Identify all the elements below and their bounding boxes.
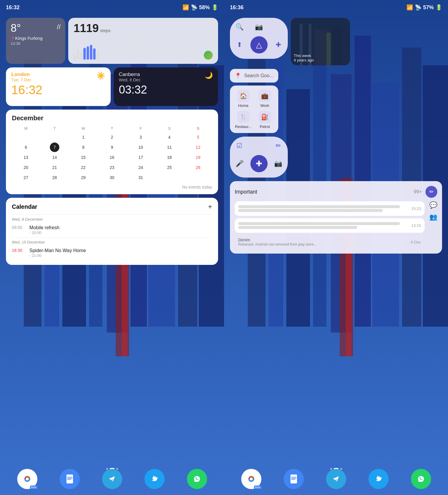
battery-left: 58% (199, 4, 210, 11)
quick-actions-2[interactable]: ☑ ✏ 🎤 ✚ 📷 (230, 137, 288, 178)
app-chrome-right[interactable]: Beta (241, 469, 261, 489)
calendar-widget[interactable]: December M T W T F S S 1 2 3 4 5 6 7 (6, 110, 218, 194)
svg-rect-46 (291, 479, 295, 480)
cal-day-29[interactable]: 29 (79, 173, 88, 182)
search-icon-qa[interactable]: 🔍 (236, 23, 244, 31)
messages-action-icons: 💬 👥 (427, 201, 437, 249)
app-whatsapp[interactable] (187, 469, 207, 489)
rain-icon: // (57, 23, 61, 31)
steps-widget[interactable]: 1119 steps (68, 18, 218, 64)
battery-icon-left: 🔋 (212, 4, 218, 11)
msg2-blur1 (238, 222, 400, 225)
msg3-time: 6 Dec (411, 240, 421, 244)
event-date-2: Wed, 15 December (12, 237, 212, 244)
maps-widget[interactable]: 🏠 Home 💼 Work 🍴 Restaur... ⛽ (230, 86, 278, 133)
quick-actions-1[interactable]: 🔍 📷 ⬆ △ ✚ (230, 18, 288, 59)
cal-day-4[interactable]: 4 (165, 132, 174, 142)
clock-canberra[interactable]: Canberra Wed, 8 Dec 🌙 03:32 (114, 67, 218, 106)
plus-icon-qa[interactable]: ✚ (276, 41, 281, 49)
app-twitter[interactable] (144, 469, 165, 489)
message-item-2[interactable]: 13:15 (235, 218, 425, 233)
cal-day-5[interactable]: 5 (193, 132, 203, 142)
cal-day-6[interactable]: 6 (21, 143, 31, 152)
cal-day-24[interactable]: 24 (136, 163, 145, 172)
cal-day-17[interactable]: 17 (136, 153, 145, 162)
status-icons-left: 📶 📡 58% 🔋 (182, 4, 218, 11)
cal-day-25[interactable]: 25 (165, 163, 174, 172)
app-whatsapp-right[interactable] (411, 469, 431, 489)
check-icon-qa2[interactable]: ☑ (236, 142, 242, 150)
event-item-1[interactable]: 09:00 Mobile refresh - 10:00 (12, 224, 212, 237)
pencil-icon-qa2[interactable]: ✏ (276, 142, 281, 150)
app-twitter-right[interactable] (368, 469, 389, 489)
right-maps-messages: 📍 Search Goo... 🏠 Home 💼 Work (230, 69, 442, 133)
cal-day-31[interactable]: 31 (136, 173, 145, 182)
map-item-work[interactable]: 💼 Work (255, 90, 274, 108)
photo-widget[interactable]: This week 4 years ago (291, 18, 350, 65)
battery-right: 57% (423, 4, 434, 11)
search-placeholder[interactable]: Search Goo... (244, 73, 274, 78)
cal-day-21[interactable]: 21 (50, 163, 59, 172)
clock-london[interactable]: London Tue, 7 Dec ☀️ 16:32 (6, 67, 111, 106)
cal-day-1[interactable]: 1 (79, 132, 88, 142)
cal-day-28[interactable]: 28 (50, 173, 59, 182)
cal-day-30[interactable]: 30 (107, 173, 117, 182)
cal-day-15[interactable]: 15 (79, 153, 88, 162)
cal-day-22[interactable]: 22 (79, 163, 88, 172)
event-item-2[interactable]: 18:30 Spider-Man No Way Home - 21:00 (12, 247, 212, 260)
steps-label: steps (100, 28, 111, 33)
app-chrome[interactable]: Beta (17, 469, 37, 489)
google-search-widget[interactable]: 📍 Search Goo... (230, 69, 278, 83)
weather-time: 14:36 (11, 41, 61, 46)
msg-reply-icon[interactable]: 💬 (429, 201, 437, 209)
cal-day-2[interactable]: 2 (107, 132, 117, 142)
petrol-label: Petrol (260, 124, 270, 129)
camera-icon-qa[interactable]: 📷 (255, 23, 263, 31)
cal-day-26[interactable]: 26 (193, 163, 203, 172)
cal-day-7-today[interactable]: 7 (50, 143, 59, 152)
upload-icon-qa[interactable]: ⬆ (237, 41, 242, 49)
app-docs-right[interactable] (284, 469, 304, 489)
messages-widget[interactable]: Important 99+ ✏ 15:23 (230, 181, 442, 254)
cal-day-8[interactable]: 8 (79, 143, 88, 152)
msg1-blur1 (238, 205, 400, 208)
app-telegram[interactable] (102, 469, 122, 489)
weather-widget[interactable]: 8° // Kings Furlong 14:36 (6, 18, 65, 64)
center-action-btn[interactable]: △ (250, 36, 268, 53)
cal-day-11[interactable]: 11 (165, 143, 174, 152)
app-docs[interactable] (60, 469, 80, 489)
cal-day-12[interactable]: 12 (193, 143, 203, 152)
map-item-restaurant[interactable]: 🍴 Restaur... (234, 111, 252, 129)
petrol-icon: ⛽ (259, 111, 271, 123)
msg-group-icon[interactable]: 👥 (429, 213, 437, 221)
messages-edit-button[interactable]: ✏ (425, 186, 437, 198)
message-item-1[interactable]: 15:23 (235, 201, 425, 216)
cal-header-w: W (69, 125, 97, 132)
app-telegram-right[interactable] (326, 469, 346, 489)
center-add-btn[interactable]: ✚ (250, 155, 268, 172)
cal-day-16[interactable]: 16 (107, 153, 117, 162)
cal-day-20[interactable]: 20 (21, 163, 31, 172)
mic-icon-qa2[interactable]: 🎤 (236, 160, 244, 167)
events-widget[interactable]: Calendar + Wed, 8 December 09:00 Mobile … (6, 198, 218, 265)
cal-day-14[interactable]: 14 (50, 153, 59, 162)
event1-duration: - 10:00 (29, 230, 212, 235)
map-item-petrol[interactable]: ⛽ Petrol (255, 111, 274, 129)
event2-info: Spider-Man No Way Home - 21:00 (29, 248, 212, 258)
camera2-icon-qa2[interactable]: 📷 (274, 160, 282, 167)
cal-day-9[interactable]: 9 (107, 143, 117, 152)
svg-rect-44 (291, 477, 296, 477)
map-item-home[interactable]: 🏠 Home (234, 90, 252, 108)
cal-day-10[interactable]: 10 (136, 143, 145, 152)
cal-day-19[interactable]: 19 (193, 153, 203, 162)
cal-day-18[interactable]: 18 (165, 153, 174, 162)
add-event-button[interactable]: + (208, 203, 212, 211)
cal-day-3[interactable]: 3 (136, 132, 145, 142)
canberra-time: 03:32 (119, 83, 213, 96)
msg1-blur2 (238, 209, 383, 212)
cal-day-27[interactable]: 27 (21, 173, 31, 182)
cal-day-13[interactable]: 13 (21, 153, 31, 162)
message-item-3[interactable]: Denim Rebarack: Android can removed from… (235, 235, 425, 246)
cal-day-23[interactable]: 23 (107, 163, 117, 172)
calendar-month: December (12, 114, 212, 122)
